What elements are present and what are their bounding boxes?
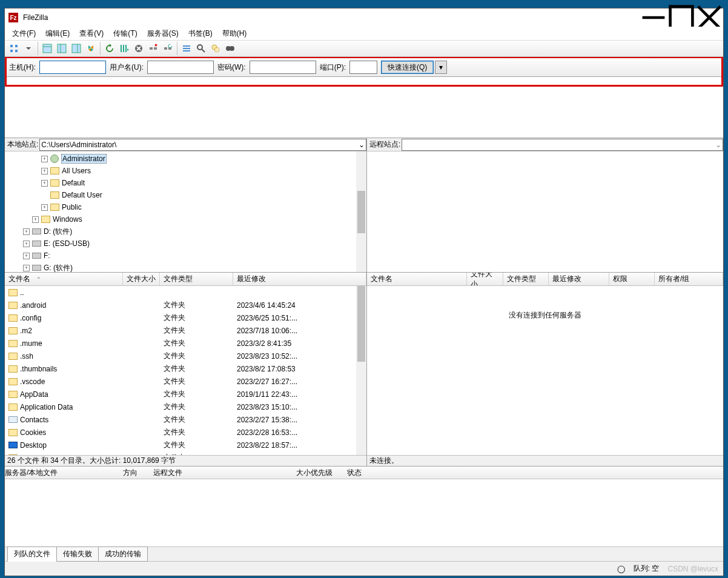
tree-row[interactable]: +G: (软件) (5, 262, 366, 272)
file-row[interactable]: .m2文件夹2023/7/18 10:06:... (5, 324, 366, 337)
local-tree[interactable]: +Administrator+All Users+DefaultDefault … (5, 151, 366, 272)
remote-site-row: 远程站点: ⌄ (367, 138, 723, 151)
local-tree-pane: 本地站点: C:\Users\Administrator\ ⌄ +Adminis… (5, 138, 367, 272)
svg-rect-7 (15, 50, 18, 52)
menu-bookmarks[interactable]: 书签(B) (185, 27, 216, 40)
reconnect-icon[interactable] (161, 42, 174, 55)
col-remotefile[interactable]: 远程文件 (153, 468, 283, 478)
col-name[interactable]: 文件名⌃ (5, 273, 123, 285)
remote-tree[interactable] (367, 151, 723, 272)
file-row[interactable]: Documents文件夹2023/8/23 8:57:11 (5, 451, 366, 455)
pass-label: 密码(W): (217, 62, 246, 73)
tree-row[interactable]: +Public (5, 201, 366, 213)
filter-icon[interactable] (180, 42, 193, 55)
tab-success[interactable]: 成功的传输 (98, 546, 148, 562)
svg-rect-1 (670, 7, 693, 29)
svg-rect-25 (183, 50, 190, 51)
close-button[interactable] (695, 8, 723, 27)
port-input[interactable] (349, 61, 377, 74)
quickconnect-button[interactable]: 快速连接(Q) (381, 61, 434, 74)
toggle-queue-icon[interactable] (84, 42, 98, 55)
host-input[interactable] (39, 61, 106, 74)
svg-rect-12 (72, 44, 81, 53)
svg-rect-23 (183, 45, 190, 47)
tree-row[interactable]: +F: (5, 250, 366, 262)
quickconnect-dropdown[interactable]: ▾ (435, 61, 447, 74)
menu-view[interactable]: 查看(V) (76, 27, 107, 40)
file-row[interactable]: Cookies文件夹2023/2/28 16:53:... (5, 426, 366, 439)
queue-status: 队列: 空 (634, 563, 660, 574)
file-row[interactable]: Desktop文件夹2023/8/22 18:57:... (5, 439, 366, 451)
file-row[interactable]: AppData文件夹2019/1/11 22:43:... (5, 388, 366, 400)
tree-row[interactable]: +Default (5, 177, 366, 189)
tree-row[interactable]: +E: (ESD-USB) (5, 238, 366, 250)
svg-rect-5 (15, 45, 18, 47)
tab-failed[interactable]: 传输失败 (56, 546, 99, 562)
tree-row[interactable]: Default User (5, 189, 366, 201)
file-row[interactable]: .android文件夹2023/4/6 14:45:24 (5, 299, 366, 311)
file-row[interactable]: .. (5, 286, 366, 299)
queue-list[interactable] (5, 479, 723, 546)
svg-point-29 (214, 47, 219, 52)
tree-row[interactable]: +D: (软件) (5, 225, 366, 238)
col-prio[interactable]: 优先级 (311, 468, 347, 478)
svg-rect-24 (183, 48, 190, 49)
scrollbar[interactable] (356, 286, 366, 455)
menu-file[interactable]: 文件(F) (8, 27, 39, 40)
col-qstatus[interactable]: 状态 (347, 468, 723, 478)
col-date[interactable]: 最近修改 (549, 273, 609, 285)
tree-row[interactable]: +Windows (5, 213, 366, 225)
file-row[interactable]: .thumbnails文件夹2023/8/2 17:08:53 (5, 362, 366, 375)
file-row[interactable]: .config文件夹2023/6/25 10:51:... (5, 311, 366, 324)
col-dir[interactable]: 方向 (123, 468, 153, 478)
file-row[interactable]: Application Data文件夹2023/8/23 15:10:... (5, 400, 366, 413)
local-file-list[interactable]: ...android文件夹2023/4/6 14:45:24.config文件夹… (5, 286, 366, 455)
file-row[interactable]: .ssh文件夹2023/8/23 10:52:... (5, 350, 366, 362)
col-type[interactable]: 文件类型 (160, 273, 233, 285)
maximize-button[interactable] (667, 8, 695, 27)
tab-queued[interactable]: 列队的文件 (7, 546, 57, 562)
chevron-down-icon[interactable]: ⌄ (359, 141, 365, 149)
queue-header: 服务器/本地文件 方向 远程文件 大小 优先级 状态 (5, 466, 723, 479)
sync-browse-icon[interactable] (223, 42, 237, 55)
col-perm[interactable]: 权限 (609, 273, 655, 285)
local-path-combo[interactable]: C:\Users\Administrator\ ⌄ (39, 139, 366, 151)
remote-file-list[interactable]: 没有连接到任何服务器 (367, 286, 723, 455)
col-size[interactable]: 文件大小 (123, 273, 160, 285)
remote-path-combo[interactable]: ⌄ (402, 139, 723, 151)
tree-row[interactable]: +Administrator (5, 153, 366, 165)
cancel-icon[interactable] (132, 42, 145, 55)
file-row[interactable]: .vscode文件夹2023/2/27 16:27:... (5, 375, 366, 388)
user-input[interactable] (147, 61, 214, 74)
chevron-down-icon[interactable]: ⌄ (715, 141, 721, 149)
refresh-icon[interactable] (103, 42, 116, 55)
tree-row[interactable]: +All Users (5, 165, 366, 177)
menu-transfer[interactable]: 传输(T) (110, 27, 141, 40)
pass-input[interactable] (250, 61, 316, 74)
menu-server[interactable]: 服务器(S) (144, 27, 182, 40)
col-size[interactable]: 文件大小 (467, 273, 503, 285)
col-owner[interactable]: 所有者/组 (655, 273, 723, 285)
toggle-local-tree-icon[interactable] (55, 42, 68, 55)
scrollbar[interactable] (356, 151, 366, 272)
file-row[interactable]: .mume文件夹2023/3/2 8:41:35 (5, 337, 366, 350)
message-log[interactable] (5, 87, 723, 138)
menu-edit[interactable]: 编辑(E) (42, 27, 73, 40)
sitemanager-icon[interactable] (7, 42, 21, 55)
col-server[interactable]: 服务器/本地文件 (5, 468, 123, 478)
search-icon[interactable] (194, 42, 208, 55)
menu-help[interactable]: 帮助(H) (219, 27, 251, 40)
compare-icon[interactable] (209, 42, 222, 55)
disconnect-icon[interactable] (147, 42, 160, 55)
minimize-button[interactable] (640, 8, 667, 27)
toggle-remote-tree-icon[interactable] (70, 42, 83, 55)
toggle-log-icon[interactable] (41, 42, 54, 55)
col-type[interactable]: 文件类型 (503, 273, 549, 285)
col-name[interactable]: 文件名 (367, 273, 467, 285)
col-qsize[interactable]: 大小 (283, 468, 311, 478)
remote-list-header: 文件名 文件大小 文件类型 最近修改 权限 所有者/组 (367, 273, 723, 286)
col-date[interactable]: 最近修改 (233, 273, 366, 285)
file-row[interactable]: Contacts文件夹2023/2/27 15:38:... (5, 413, 366, 426)
dropdown-icon[interactable] (22, 42, 35, 55)
process-queue-icon[interactable] (117, 42, 131, 55)
